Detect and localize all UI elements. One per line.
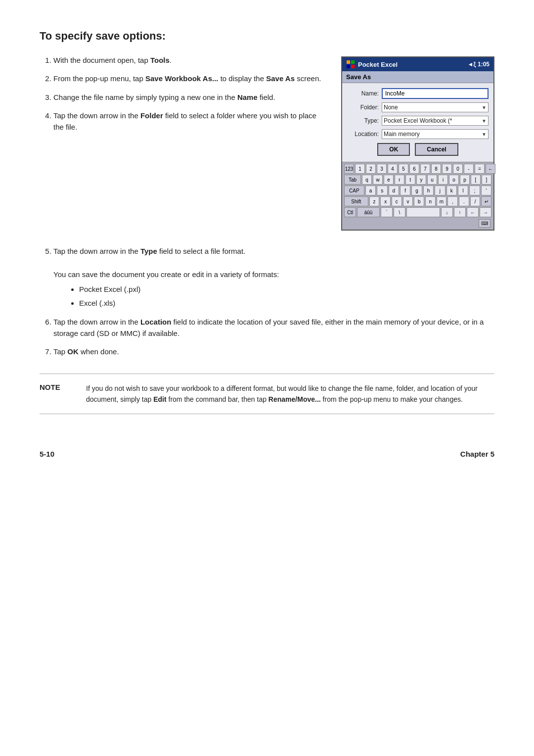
kb-key-shift[interactable]: Shift — [344, 196, 368, 206]
kb-key-4[interactable]: 4 — [388, 164, 398, 174]
kb-key-j[interactable]: j — [435, 186, 445, 195]
kb-key-z[interactable]: z — [369, 196, 380, 206]
location-label: Location: — [347, 131, 379, 138]
kb-key-8[interactable]: 8 — [431, 164, 441, 174]
kb-key-5[interactable]: 5 — [399, 164, 408, 174]
kb-key-9[interactable]: 9 — [442, 164, 452, 174]
kb-key-o[interactable]: o — [449, 175, 459, 185]
format-xls: Excel (.xls) — [79, 298, 494, 309]
kb-key-b[interactable]: b — [414, 196, 424, 206]
kb-key-u[interactable]: u — [427, 175, 437, 185]
kb-key-0[interactable]: 0 — [453, 164, 463, 174]
kb-key-backslash[interactable]: \ — [394, 207, 405, 217]
kb-key-a[interactable]: a — [365, 186, 376, 195]
kb-key-g[interactable]: g — [411, 186, 422, 195]
ok-button[interactable]: OK — [377, 143, 410, 156]
kb-key-semicolon[interactable]: ; — [469, 186, 480, 195]
kb-key-q[interactable]: q — [362, 175, 372, 185]
kb-key-r[interactable]: r — [395, 175, 404, 185]
svg-rect-2 — [347, 65, 350, 68]
kb-key-f[interactable]: f — [400, 186, 410, 195]
keyboard-icon[interactable]: ⌨ — [479, 219, 490, 228]
name-row: Name: — [347, 88, 489, 99]
kb-key-backtick[interactable]: ` — [381, 207, 393, 217]
device-titlebar: Pocket Excel ◄ξ 1:05 — [342, 57, 493, 71]
kb-key-ctl[interactable]: Ctl — [344, 207, 356, 217]
kb-key-cap[interactable]: CAP — [344, 186, 364, 195]
kb-key-t[interactable]: t — [405, 175, 415, 185]
kb-key-p[interactable]: p — [460, 175, 470, 185]
kb-key-slash[interactable]: / — [470, 196, 481, 206]
location-select[interactable]: Main memory ▼ — [382, 129, 489, 139]
folder-label: Folder: — [347, 104, 379, 111]
kb-icon-row: ⌨ — [344, 218, 491, 228]
kb-key-m[interactable]: m — [437, 196, 447, 206]
kb-key-rbracket[interactable]: ] — [482, 175, 491, 185]
kb-key-3[interactable]: 3 — [377, 164, 387, 174]
kb-key-comma[interactable]: , — [447, 196, 458, 206]
kb-key-1[interactable]: 1 — [355, 164, 365, 174]
kb-row-2: Tab q w e r t y u i o p [ ] — [344, 175, 491, 185]
kb-key-lbracket[interactable]: [ — [471, 175, 481, 185]
titlebar-left: Pocket Excel — [346, 60, 398, 69]
folder-value: None — [384, 104, 482, 111]
cancel-button[interactable]: Cancel — [415, 143, 458, 156]
device-form: Name: Folder: None ▼ Type: Pocket Excel … — [342, 83, 493, 162]
kb-key-x[interactable]: x — [380, 196, 391, 206]
location-value: Main memory — [384, 131, 482, 138]
kb-key-backspace[interactable]: ← — [486, 164, 495, 174]
kb-key-w[interactable]: w — [373, 175, 383, 185]
kb-key-123[interactable]: 123 — [344, 164, 354, 174]
kb-key-6[interactable]: 6 — [409, 164, 419, 174]
kb-key-d[interactable]: d — [389, 186, 399, 195]
format-list: Pocket Excel (.pxl) Excel (.xls) — [53, 284, 494, 309]
kb-row-5: Ctl áûü ` \ ↓ ↑ ← → — [344, 207, 491, 217]
kb-key-intl[interactable]: áûü — [357, 207, 380, 217]
type-arrow-icon: ▼ — [482, 118, 487, 124]
folder-select[interactable]: None ▼ — [382, 102, 489, 112]
kb-key-i[interactable]: i — [438, 175, 448, 185]
step-2: From the pop-up menu, tap Save Workbook … — [53, 73, 325, 84]
folder-arrow-icon: ▼ — [482, 105, 487, 110]
windows-flag-icon — [346, 60, 355, 69]
location-arrow-icon: ▼ — [482, 132, 487, 137]
kb-key-2[interactable]: 2 — [366, 164, 376, 174]
device-screenshot: Pocket Excel ◄ξ 1:05 Save As Name: Folde… — [341, 56, 494, 231]
steps-list: With the document open, tap Tools. From … — [40, 54, 325, 133]
kb-key-tab[interactable]: Tab — [344, 175, 361, 185]
kb-key-h[interactable]: h — [423, 186, 434, 195]
kb-key-n[interactable]: n — [425, 196, 436, 206]
kb-key-down[interactable]: ↓ — [441, 207, 453, 217]
kb-key-c[interactable]: c — [392, 196, 402, 206]
kb-key-v[interactable]: v — [403, 196, 413, 206]
step-5: Tap the down arrow in the Type field to … — [53, 245, 494, 309]
step-5-subtext: You can save the document you create or … — [53, 270, 279, 279]
kb-key-up[interactable]: ↑ — [454, 207, 466, 217]
kb-key-k[interactable]: k — [446, 186, 457, 195]
step-7: Tap OK when done. — [53, 346, 494, 357]
kb-key-space[interactable] — [406, 207, 440, 217]
name-input[interactable] — [382, 88, 489, 99]
kb-key-period[interactable]: . — [459, 196, 469, 206]
kb-key-l[interactable]: l — [458, 186, 468, 195]
kb-key-7[interactable]: 7 — [420, 164, 430, 174]
kb-key-equals[interactable]: = — [475, 164, 485, 174]
kb-key-y[interactable]: y — [416, 175, 426, 185]
kb-key-left[interactable]: ← — [467, 207, 479, 217]
kb-key-s[interactable]: s — [377, 186, 387, 195]
saveas-bar: Save As — [342, 71, 493, 83]
note-text: If you do not wish to save your workbook… — [86, 383, 494, 405]
footer-page-number: 5-10 — [40, 450, 54, 458]
note-label: NOTE — [40, 383, 74, 391]
type-select[interactable]: Pocket Excel Workbook (* ▼ — [382, 116, 489, 126]
name-label: Name: — [347, 90, 379, 97]
kb-key-enter[interactable]: ↵ — [481, 196, 491, 206]
kb-row-1: 123 1 2 3 4 5 6 7 8 9 0 - = ← — [344, 164, 491, 174]
kb-row-4: Shift z x c v b n m , . / ↵ — [344, 196, 491, 206]
kb-key-minus[interactable]: - — [464, 164, 474, 174]
kb-key-right[interactable]: → — [480, 207, 491, 217]
kb-key-quote[interactable]: ' — [481, 186, 491, 195]
step-3: Change the file name by simply typing a … — [53, 92, 325, 103]
kb-key-e[interactable]: e — [384, 175, 394, 185]
kb-row-3: CAP a s d f g h j k l ; ' — [344, 186, 491, 195]
